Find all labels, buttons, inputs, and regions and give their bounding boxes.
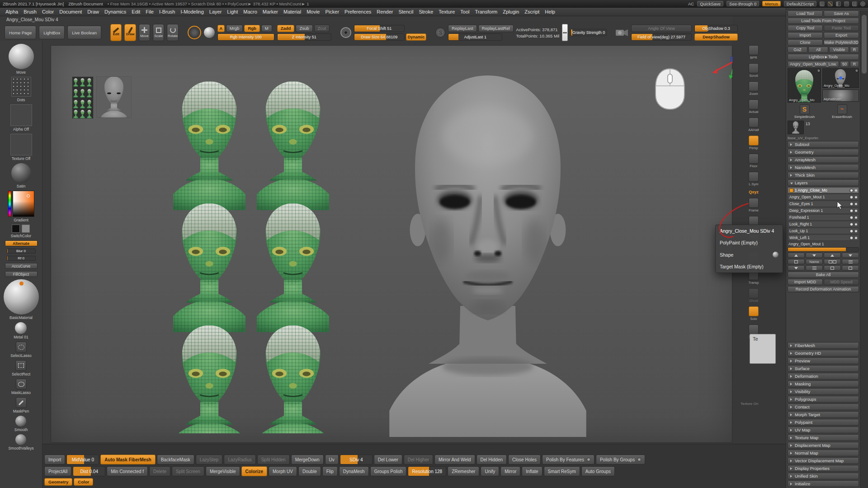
right-shelf-button[interactable]: Actual xyxy=(749,99,759,114)
menu-item[interactable]: Stencil xyxy=(398,9,413,14)
alpha-brush-thumbnail[interactable]: AlphaBrush xyxy=(822,89,859,102)
paste-tool-button[interactable]: Paste Tool xyxy=(824,25,859,31)
bottom-button[interactable]: Split Hidden xyxy=(257,455,290,465)
blur-slider[interactable]: Blur 0 xyxy=(7,249,36,253)
angle-of-view-button[interactable]: Angle Of View xyxy=(631,25,692,32)
eraser-brush[interactable]: ~ EraserBrush xyxy=(825,104,859,119)
bottom-button[interactable]: LazyStep xyxy=(196,455,223,465)
tool-section[interactable]: ArrayMesh xyxy=(788,156,859,163)
bottom-button[interactable]: Mirror xyxy=(500,466,520,476)
spotlight-thumbnail-grid[interactable] xyxy=(72,76,94,119)
bottom-button[interactable]: Inflate xyxy=(522,466,542,476)
right-shelf-button[interactable]: Floor xyxy=(749,154,759,168)
menu-item[interactable]: Transform xyxy=(475,9,498,14)
simple-brush[interactable]: S SimpleBrush xyxy=(788,104,821,119)
bottom-button[interactable]: Uv xyxy=(325,455,339,465)
layer-eye-icon[interactable] xyxy=(849,209,854,213)
color-picker-widget[interactable] xyxy=(8,191,34,217)
alternate-button[interactable]: Alternate xyxy=(5,240,38,246)
layer-new-button[interactable] xyxy=(788,259,805,264)
split-view-icon[interactable] xyxy=(836,1,841,6)
mask-lasso-brush[interactable]: MaskLasso xyxy=(11,379,31,395)
adjust-last-slider[interactable]: AdjustLast 1 xyxy=(448,33,502,41)
focal-shift-icon[interactable] xyxy=(340,27,351,38)
bottom-button[interactable]: Polish By Groups xyxy=(596,455,645,465)
save-as-button[interactable]: Save As xyxy=(824,10,859,17)
menu-item[interactable]: Stroke xyxy=(419,9,433,14)
menu-item[interactable]: Brush xyxy=(24,9,37,14)
tool-section[interactable]: Texture Map xyxy=(788,434,859,441)
zcut-button[interactable]: Zcut xyxy=(314,25,330,32)
tool-section[interactable]: Polypaint xyxy=(788,419,859,426)
layer-intensity-dot[interactable] xyxy=(855,196,857,198)
bottom-button[interactable]: BackfaceMask xyxy=(157,455,194,465)
tool-section[interactable]: Deformation xyxy=(788,373,859,380)
load-tools-from-project-button[interactable]: Load Tools From Project xyxy=(788,18,859,24)
menu-item[interactable]: Texture xyxy=(439,9,455,14)
lightbox-tools-button[interactable]: Lightbox►Tools xyxy=(788,54,859,60)
layer-eye-icon[interactable] xyxy=(849,202,854,206)
reference-head-thumbnail[interactable] xyxy=(96,76,132,118)
menu-item[interactable]: Material xyxy=(283,9,301,14)
secondary-color-swatch[interactable] xyxy=(22,225,30,233)
select-rect-brush[interactable]: SelectRect xyxy=(12,360,30,376)
bottom-button[interactable]: Split Screen xyxy=(172,466,204,476)
import-mdd-button[interactable]: Import MDD xyxy=(788,279,823,285)
palette-tab[interactable]: Geometry xyxy=(44,478,72,486)
layer-intensity-dot[interactable] xyxy=(855,230,857,232)
brush-preview-icon[interactable] xyxy=(188,26,201,39)
menu-item[interactable]: I-Brush xyxy=(159,9,175,14)
fill-object-button[interactable]: FillObject xyxy=(5,271,38,277)
live-boolean-button[interactable]: Live Boolean xyxy=(67,26,101,39)
bottom-button[interactable]: Resolution 128 xyxy=(408,466,446,476)
mdd-speed-slider[interactable]: MDD Speed xyxy=(824,279,859,285)
menu-item[interactable]: Dynamics xyxy=(104,9,126,14)
load-tool-button[interactable]: Load Tool xyxy=(788,10,823,17)
menu-item[interactable]: Document xyxy=(59,9,82,14)
layer-row[interactable]: Look_Right 1 xyxy=(788,221,859,227)
menu-item[interactable]: Layer xyxy=(209,9,222,14)
layer-intensity-dot[interactable] xyxy=(855,216,857,219)
m-button[interactable]: M xyxy=(261,25,272,32)
brush-selector[interactable]: Move xyxy=(9,44,34,75)
menu-item[interactable]: Help xyxy=(545,9,555,14)
tool-section[interactable]: Display Properties xyxy=(788,465,859,472)
layer-delete-button[interactable] xyxy=(842,259,859,264)
tray-scrollbar[interactable] xyxy=(860,10,868,488)
color-swatch[interactable]: A xyxy=(217,25,225,32)
replay-last-rel-button[interactable]: ReplayLastRel xyxy=(478,25,514,32)
layer-row[interactable]: Forehead 1 xyxy=(788,214,859,221)
base-tool-thumbnail[interactable] xyxy=(788,121,804,134)
menus-toggle[interactable]: Menus xyxy=(762,1,781,6)
popup-item-polypaint[interactable]: PolyPaint (Empty) xyxy=(716,237,783,249)
bottom-button[interactable]: ProjectAll xyxy=(44,466,71,476)
layer-intensity-dot[interactable] xyxy=(855,189,857,192)
scale-button[interactable]: Scale xyxy=(153,24,164,41)
material-preview-icon[interactable] xyxy=(204,27,215,38)
rotate-button[interactable]: Rotate xyxy=(167,24,178,41)
goz-visible-button[interactable]: Visible xyxy=(829,47,849,53)
menu-item[interactable]: Zscript xyxy=(524,9,539,14)
tool-section[interactable]: Normal Map xyxy=(788,450,859,456)
mask-pen-brush[interactable]: MaskPen xyxy=(13,397,29,413)
stroke-icon[interactable]: S xyxy=(435,28,445,38)
focal-shift-slider[interactable]: Focal Shift 51 xyxy=(354,25,405,32)
right-shelf-button[interactable]: Solo xyxy=(749,306,759,321)
bottom-button[interactable]: Del Hidden xyxy=(476,455,507,465)
layer-row[interactable]: 1 Angry_Close_Mo xyxy=(788,187,859,193)
document-canvas[interactable] xyxy=(51,45,732,443)
tool-section[interactable]: Subtool xyxy=(788,141,859,148)
bottom-button[interactable]: SDiv 4 xyxy=(340,455,373,465)
bottom-button[interactable]: Dist 0.04 xyxy=(73,466,105,476)
layer-merge-down-button[interactable] xyxy=(842,253,859,258)
layer-row[interactable]: Angry_Open_Mout 1 xyxy=(788,194,859,200)
layer-invert-button[interactable] xyxy=(842,265,859,271)
layer-row[interactable]: Wink_Left 1 xyxy=(788,235,859,241)
bottom-button[interactable]: Mirror And Weld xyxy=(434,455,475,465)
menu-item[interactable]: Marker xyxy=(263,9,278,14)
goz-r-button[interactable]: R xyxy=(850,47,859,53)
current-tool-name[interactable]: Angry_Open_Mouth_Low. xyxy=(788,61,839,67)
current-tool-r-button[interactable]: R xyxy=(850,61,859,67)
gravity-slider[interactable]: Gravity Strength 0 xyxy=(571,29,607,36)
bottom-button[interactable]: Morph UV xyxy=(269,466,297,476)
